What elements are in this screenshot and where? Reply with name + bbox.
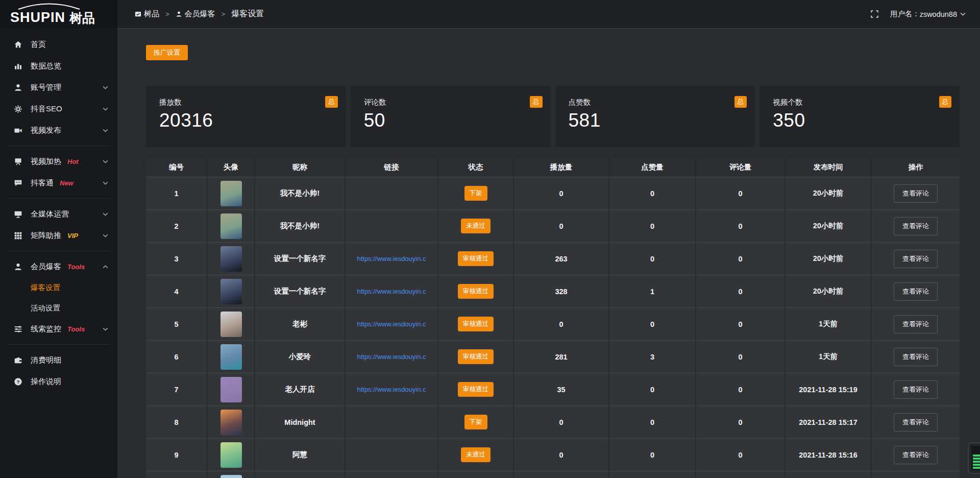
sidebar: 首页数据总览账号管理抖音SEO视频发布视频加热Hot抖客通New全媒体运营矩阵助…	[0, 29, 117, 478]
sidebar-item-线索监控[interactable]: 线索监控Tools	[0, 318, 117, 340]
sidebar-item-抖客通[interactable]: 抖客通New	[0, 172, 117, 194]
sidebar-subitem-爆客设置[interactable]: 爆客设置	[0, 277, 117, 298]
cell-avatar	[208, 373, 255, 405]
row-number: 9	[174, 451, 178, 459]
sidebar-item-账号管理[interactable]: 账号管理	[0, 77, 117, 98]
row-number: 1	[174, 189, 178, 198]
nickname: 老人开店	[285, 385, 315, 394]
stat-card-comments: 评论数 总 50	[351, 86, 551, 147]
stat-cards: 播放数 总 20316 评论数 总 50 点赞数 总 581 视频个数 总 35…	[146, 86, 960, 147]
cell-likes-value: 1	[650, 288, 654, 296]
sidebar-item-抖音SEO[interactable]: 抖音SEO	[0, 98, 117, 119]
cell-comments-value: 0	[738, 288, 742, 296]
total-badge: 总	[325, 96, 338, 108]
cell-plays-value: 0	[559, 451, 563, 459]
chevron-up-icon	[103, 265, 108, 269]
video-link[interactable]: https://www.iesdouyin.c	[357, 288, 426, 295]
status-badge[interactable]: 下架	[464, 415, 487, 429]
table-row: 2我不是小帅!未通过00020小时前查看评论	[146, 209, 960, 242]
sidebar-item-label: 账号管理	[31, 83, 61, 92]
fullscreen-icon[interactable]	[870, 10, 879, 18]
stat-card-plays: 播放数 总 20316	[146, 86, 346, 147]
view-comments-button[interactable]: 查看评论	[894, 446, 938, 464]
edge-indicator-widget[interactable]	[968, 442, 980, 474]
cell-nickname: Midnight	[255, 406, 346, 438]
cell-likes: 0	[609, 177, 696, 209]
avatar	[220, 377, 242, 402]
video-link[interactable]: https://www.iesdouyin.c	[357, 353, 426, 361]
sidebar-item-消费明细[interactable]: 消费明细	[0, 349, 117, 371]
badge-hot: Hot	[67, 158, 79, 165]
total-badge: 总	[939, 96, 952, 108]
sidebar-divider	[7, 344, 110, 345]
publish-time: 20小时前	[813, 254, 844, 264]
view-comments-button[interactable]: 查看评论	[894, 413, 938, 432]
indicator-bar	[973, 455, 980, 457]
cell-comments: 0	[696, 275, 786, 307]
sidebar-subitem-活动设置[interactable]: 活动设置	[0, 298, 117, 318]
user-menu[interactable]: 用户名： zswodun88	[890, 9, 966, 19]
sidebar-item-操作说明[interactable]: ?操作说明	[0, 371, 117, 392]
cell-plays: 0	[514, 406, 609, 438]
status-badge[interactable]: 未通过	[461, 447, 491, 462]
view-comments-button[interactable]: 查看评论	[894, 250, 938, 268]
breadcrumb-item-member[interactable]: 会员爆客	[176, 9, 215, 19]
nickname: 我不是小帅!	[280, 188, 320, 198]
cell-avatar	[208, 471, 255, 478]
sidebar-item-首页[interactable]: 首页	[0, 34, 117, 55]
view-comments-button[interactable]: 查看评论	[894, 348, 938, 366]
cell-number: 9	[146, 439, 208, 471]
status-badge[interactable]: 审核通过	[458, 251, 494, 266]
view-comments-button[interactable]: 查看评论	[894, 217, 938, 235]
cell-plays-value: 0	[559, 320, 563, 328]
status-badge[interactable]: 下架	[464, 186, 487, 201]
nickname: 设置一个新名字	[274, 254, 326, 264]
cell-link	[346, 471, 438, 478]
cell-action: 查看评论	[872, 243, 960, 275]
sidebar-item-会员爆客[interactable]: 会员爆客Tools	[0, 256, 117, 277]
cell-plays-value: 328	[555, 288, 567, 296]
sidebar-item-数据总览[interactable]: 数据总览	[0, 55, 117, 77]
total-badge: 总	[530, 96, 543, 108]
sidebar-item-矩阵助推[interactable]: 矩阵助推VIP	[0, 225, 117, 246]
cell-status: 未通过	[438, 210, 514, 242]
cell-comments	[696, 471, 786, 478]
cell-publish-time: 2021-11-28 15:17	[786, 406, 872, 438]
sidebar-item-label: 会员爆客	[31, 262, 61, 272]
cell-plays-value: 263	[555, 255, 567, 263]
video-link[interactable]: https://www.iesdouyin.c	[357, 386, 426, 393]
nickname: 我不是小帅!	[280, 221, 320, 231]
status-badge[interactable]: 审核通过	[458, 317, 494, 331]
topbar: SHUPIN 树品 树品 > 会员爆客 > 爆客设置 用户名： z	[0, 0, 980, 29]
video-link[interactable]: https://www.iesdouyin.c	[357, 320, 426, 328]
view-comments-button[interactable]: 查看评论	[894, 315, 938, 333]
view-comments-button[interactable]: 查看评论	[894, 282, 938, 301]
sidebar-item-视频发布[interactable]: 视频发布	[0, 119, 117, 141]
status-badge[interactable]: 审核通过	[458, 284, 494, 299]
sidebar-item-全媒体运营[interactable]: 全媒体运营	[0, 203, 117, 225]
logo[interactable]: SHUPIN 树品	[0, 0, 117, 29]
cell-avatar	[208, 406, 255, 438]
indicator-bar	[973, 461, 980, 463]
cell-avatar	[208, 177, 255, 209]
cell-likes: 1	[609, 275, 696, 307]
video-link[interactable]: https://www.iesdouyin.c	[357, 255, 426, 262]
view-comments-button[interactable]: 查看评论	[894, 380, 938, 399]
avatar	[220, 213, 242, 239]
cell-comments-value: 0	[738, 418, 742, 426]
cell-publish-time: 20小时前	[786, 275, 872, 307]
breadcrumb-item-home[interactable]: 树品	[135, 9, 159, 19]
monitor-icon	[13, 209, 23, 219]
gear-icon	[13, 104, 23, 114]
publish-time: 20小时前	[813, 188, 844, 198]
status-badge[interactable]: 审核通过	[458, 382, 494, 397]
cell-status	[438, 471, 514, 478]
status-badge[interactable]: 审核通过	[458, 349, 494, 364]
cell-comments: 0	[696, 177, 786, 209]
cell-avatar	[208, 243, 255, 275]
view-comments-button[interactable]: 查看评论	[894, 184, 938, 203]
status-badge[interactable]: 未通过	[461, 219, 491, 233]
sidebar-item-视频加热[interactable]: 视频加热Hot	[0, 151, 117, 172]
sidebar-divider	[7, 251, 110, 251]
promo-settings-button[interactable]: 推广设置	[146, 45, 188, 60]
